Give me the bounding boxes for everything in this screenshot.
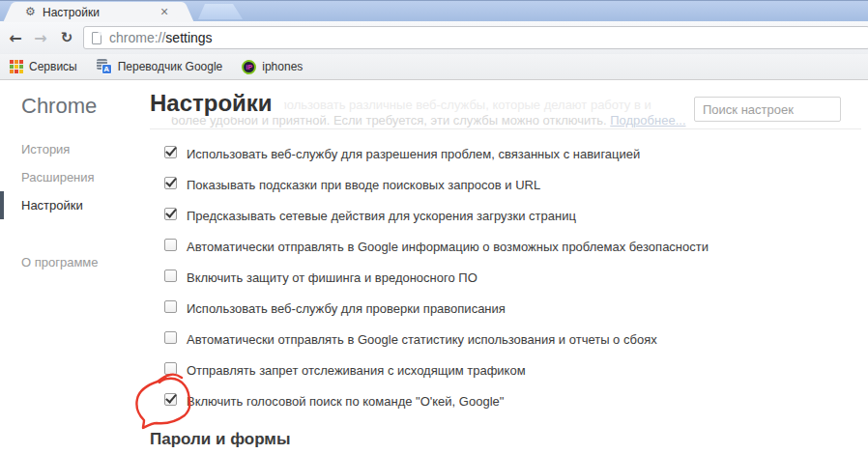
setting-row: Автоматически отправлять в Google статис… (150, 326, 868, 356)
sidebar-item[interactable]: История (0, 135, 145, 163)
setting-checkbox[interactable] (164, 208, 177, 220)
iphones-icon: iP (242, 60, 256, 74)
setting-checkbox[interactable] (164, 300, 177, 313)
setting-row: Включить защиту от фишинга и вредоносног… (150, 264, 868, 295)
bookmark-translate[interactable]: A Переводчик Google (93, 57, 227, 76)
setting-checkbox[interactable] (164, 177, 177, 189)
settings-nav: История Расширения Настройки О программе (0, 135, 145, 276)
setting-row: Показывать подсказки при вводе поисковых… (150, 171, 868, 202)
setting-label: Автоматически отправлять в Google информ… (187, 240, 709, 254)
setting-row: Включить голосовой поиск по команде "О'к… (150, 387, 868, 418)
bookmark-iphones[interactable]: iP iphones (238, 58, 306, 76)
setting-row: Использовать веб-службу для разрешения п… (150, 140, 868, 171)
setting-label: Включить защиту от фишинга и вредоносног… (187, 270, 477, 285)
bookmarks-bar: Сервисы A Переводчик Google iP iphones (0, 54, 868, 80)
page-icon (92, 32, 101, 44)
sidebar-item[interactable]: Настройки (0, 191, 145, 219)
setting-label: Показывать подсказки при вводе поисковых… (187, 178, 540, 192)
setting-label: Включить голосовой поиск по команде "О'к… (187, 394, 504, 409)
apps-grid-icon (10, 60, 23, 73)
setting-row: Отправлять запрет отслеживания с исходящ… (150, 356, 868, 387)
bookmark-label: Сервисы (29, 60, 77, 73)
setting-label: Использовать веб-службу для проверки пра… (187, 301, 506, 316)
settings-checkbox-list: Использовать веб-службу для разрешения п… (150, 140, 868, 418)
page-title: Настройки (150, 90, 284, 117)
setting-checkbox[interactable] (164, 146, 177, 158)
bookmark-label: Переводчик Google (118, 60, 223, 73)
chrome-product-title: Chrome (21, 94, 97, 119)
tab-close-icon[interactable]: × (157, 4, 172, 19)
back-button[interactable]: ← (4, 28, 27, 49)
settings-search-input[interactable] (694, 97, 841, 122)
sidebar-item-label: О программе (21, 255, 99, 270)
sidebar-item-label: Расширения (21, 170, 95, 184)
settings-main: Chrome может использовать различные веб-… (150, 80, 868, 454)
setting-checkbox[interactable] (164, 331, 177, 344)
tab-title: Настройки (43, 6, 100, 19)
setting-checkbox[interactable] (164, 270, 177, 282)
setting-label: Предсказывать сетевые действия для ускор… (187, 209, 576, 223)
sidebar-item[interactable]: Расширения (0, 163, 145, 191)
browser-toolbar: ← → ↻ chrome://settings (0, 21, 868, 54)
settings-page: Chrome История Расширения Настройки О пр… (0, 80, 868, 454)
setting-row: Использовать веб-службу для проверки пра… (150, 295, 868, 326)
sidebar-item[interactable]: О программе (0, 248, 145, 276)
sidebar-item-label: Настройки (21, 198, 83, 213)
translate-icon: A (97, 59, 112, 74)
sidebar-item-label: История (21, 142, 70, 156)
address-bar[interactable]: chrome://settings (83, 26, 868, 49)
section-title-passwords: Пароли и формы (150, 430, 290, 449)
header-divider (150, 128, 861, 129)
setting-checkbox[interactable] (164, 362, 177, 375)
learn-more-link[interactable]: Подробнее... (610, 113, 685, 128)
forward-button[interactable]: → (29, 28, 52, 49)
setting-label: Автоматически отправлять в Google статис… (187, 332, 657, 347)
setting-checkbox[interactable] (164, 239, 177, 251)
setting-checkbox[interactable] (164, 393, 177, 406)
settings-gear-favicon: ⚙ (25, 5, 36, 18)
setting-row: Автоматически отправлять в Google информ… (150, 233, 868, 264)
browser-tab[interactable]: ⚙ Настройки × (15, 2, 182, 22)
reload-button[interactable]: ↻ (55, 28, 78, 49)
tab-strip: ⚙ Настройки × (0, 0, 868, 21)
setting-label: Отправлять запрет отслеживания с исходящ… (187, 363, 526, 378)
setting-row: Предсказывать сетевые действия для ускор… (150, 202, 868, 233)
url-path: settings (165, 30, 212, 45)
bookmark-label: iphones (262, 60, 303, 73)
bookmark-services[interactable]: Сервисы (6, 58, 81, 75)
setting-label: Использовать веб-службу для разрешения п… (187, 147, 640, 161)
url-scheme: chrome:// (109, 30, 165, 45)
url-text: chrome://settings (109, 30, 213, 45)
translate-icon-front: A (101, 64, 112, 74)
new-tab-button[interactable] (198, 4, 243, 19)
